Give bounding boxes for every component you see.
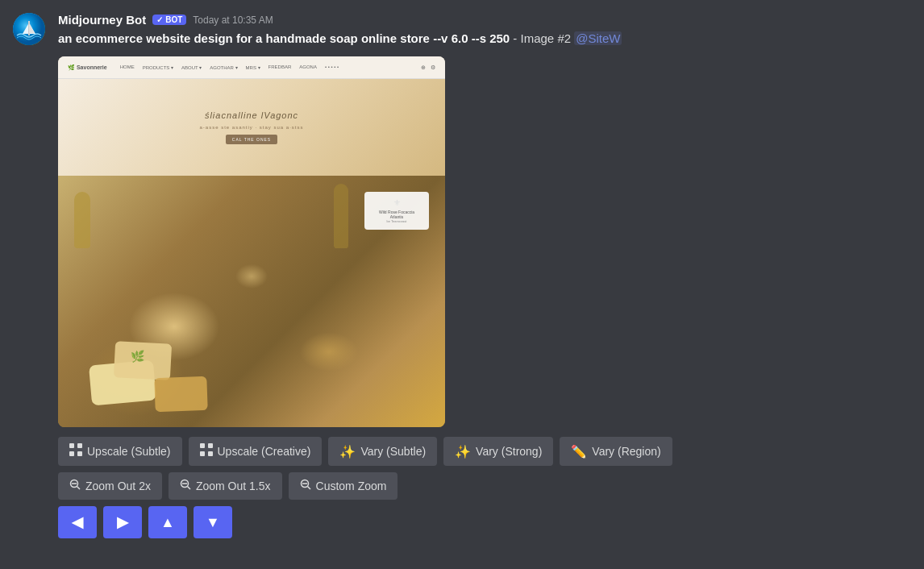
nav-menu: HOME PRODUCTS ▾ ABOUT ▾ AGOTHAR ▾ MRS ▾ …	[120, 64, 339, 70]
vary-subtle-icon: ✨	[339, 444, 356, 459]
arrow-down-icon: ▼	[206, 514, 220, 531]
svg-rect-8	[200, 443, 205, 448]
generated-image: 🌿 Savonnerie HOME PRODUCTS ▾ ABOUT ▾ AGO…	[58, 56, 445, 427]
zoom-out-1.5x-label: Zoom Out 1.5x	[196, 480, 271, 492]
message-content: Midjourney Bot ✓ BOT Today at 10:35 AM a…	[58, 13, 911, 538]
vary-region-button[interactable]: ✏️ Vary (Region)	[560, 437, 672, 466]
hero-subtitle: a-asse ste asantiy · stay sua a·stss	[199, 125, 303, 130]
mention: @SiteW	[574, 31, 622, 45]
svg-line-19	[307, 487, 310, 490]
arrow-right-icon: ▶	[117, 513, 128, 531]
arrow-up-icon: ▲	[160, 514, 175, 531]
zoom-out-2x-icon	[69, 479, 81, 493]
nav-item: • • • • •	[325, 64, 339, 70]
search-icon: ⊕	[421, 64, 426, 71]
soap-bar-4	[187, 348, 248, 387]
nav-item: AGOTHAR ▾	[210, 64, 237, 70]
nav-item: ABOUT ▾	[181, 64, 202, 70]
vary-subtle-button[interactable]: ✨ Vary (Subtle)	[328, 437, 437, 466]
upscale-creative-label: Upscale (Creative)	[218, 445, 311, 458]
product-subtext: be Teamcoast	[371, 219, 422, 223]
message-timestamp: Today at 10:35 AM	[193, 15, 273, 26]
upscale-subtle-button[interactable]: Upscale (Subtle)	[58, 437, 182, 466]
message-container: Midjourney Bot ✓ BOT Today at 10:35 AM a…	[0, 0, 924, 551]
message-header: Midjourney Bot ✓ BOT Today at 10:35 AM	[58, 13, 911, 27]
vary-strong-button[interactable]: ✨ Vary (Strong)	[443, 437, 553, 466]
vary-strong-icon: ✨	[455, 444, 471, 459]
zoom-out-1.5x-icon	[180, 479, 191, 493]
username: Midjourney Bot	[58, 13, 146, 27]
zoom-out-2x-label: Zoom Out 2x	[85, 480, 151, 492]
svg-rect-4	[69, 443, 74, 448]
upscale-creative-button[interactable]: Upscale (Creative)	[189, 437, 323, 466]
nav-logo: 🌿 Savonnerie	[68, 64, 107, 71]
soap-product-area: 🌿 ⚜ Wild Rose FocacciaAtlantis be Teamco…	[58, 176, 445, 427]
product-title: Wild Rose FocacciaAtlantis	[371, 210, 422, 219]
hero-section: śliacnalline lVagonc a-asse ste asantiy …	[58, 79, 445, 176]
product-icon: ⚜	[371, 198, 422, 207]
vary-subtle-label: Vary (Subtle)	[360, 445, 426, 458]
nav-item: PRODUCTS ▾	[143, 64, 173, 70]
custom-zoom-button[interactable]: Custom Zoom	[289, 472, 398, 500]
svg-rect-5	[77, 443, 82, 448]
hero-button: CAL THE ONES	[226, 135, 277, 144]
generated-image-wrapper[interactable]: 🌿 Savonnerie HOME PRODUCTS ▾ ABOUT ▾ AGO…	[58, 56, 445, 427]
vary-region-label: Vary (Region)	[592, 445, 660, 458]
arrow-left-icon: ◀	[72, 513, 83, 531]
message-text: an ecommerce website design for a handma…	[58, 30, 911, 47]
svg-rect-11	[208, 451, 213, 456]
zoom-out-1.5x-button[interactable]: Zoom Out 1.5x	[169, 472, 282, 500]
image-suffix: - Image #2	[513, 31, 571, 45]
bot-badge: ✓ BOT	[152, 15, 186, 25]
checkmark-icon: ✓	[156, 15, 163, 24]
action-buttons-row2: Zoom Out 2x Zoom Out 1.5x	[58, 472, 911, 500]
upscale-subtle-icon	[69, 443, 82, 459]
nav-arrow-buttons: ◀ ▶ ▲ ▼	[58, 506, 911, 538]
upscale-subtle-label: Upscale (Subtle)	[87, 445, 171, 458]
arrow-down-button[interactable]: ▼	[194, 506, 232, 538]
avatar-image	[13, 13, 45, 45]
product-card-overlay: ⚜ Wild Rose FocacciaAtlantis be Teamcoas…	[364, 192, 429, 230]
nav-item: AGONA	[299, 64, 317, 70]
vary-strong-label: Vary (Strong)	[476, 445, 542, 458]
avatar	[13, 13, 45, 45]
svg-rect-10	[200, 451, 205, 456]
zoom-out-2x-button[interactable]: Zoom Out 2x	[58, 472, 162, 500]
nav-item: HOME	[120, 64, 135, 70]
vary-region-icon: ✏️	[571, 444, 587, 459]
arrow-right-button[interactable]: ▶	[103, 506, 142, 538]
herb-decoration: 🌿	[131, 350, 144, 363]
oil-bottle-1	[74, 192, 90, 248]
svg-rect-7	[77, 451, 82, 456]
upscale-creative-icon	[200, 443, 213, 459]
settings-icon: ⚙	[431, 64, 435, 71]
custom-zoom-label: Custom Zoom	[316, 480, 387, 492]
oil-bottle-2	[334, 184, 348, 248]
action-buttons-row1: Upscale (Subtle) Upscale (Creative) ✨ Va…	[58, 437, 911, 466]
arrow-left-button[interactable]: ◀	[58, 506, 97, 538]
hero-title: śliacnalline lVagonc	[205, 110, 298, 120]
website-nav: 🌿 Savonnerie HOME PRODUCTS ▾ ABOUT ▾ AGO…	[58, 56, 445, 79]
nav-icons: ⊕ ⚙	[421, 64, 435, 71]
svg-rect-6	[69, 451, 74, 456]
prompt-text: an ecommerce website design for a handma…	[58, 31, 510, 45]
svg-line-13	[77, 487, 81, 490]
nav-item: FREDBAR	[268, 64, 292, 70]
nav-item: MRS ▾	[246, 64, 260, 70]
svg-rect-9	[208, 443, 213, 448]
arrow-up-button[interactable]: ▲	[148, 506, 187, 538]
svg-line-16	[187, 487, 190, 490]
custom-zoom-icon	[300, 479, 311, 493]
